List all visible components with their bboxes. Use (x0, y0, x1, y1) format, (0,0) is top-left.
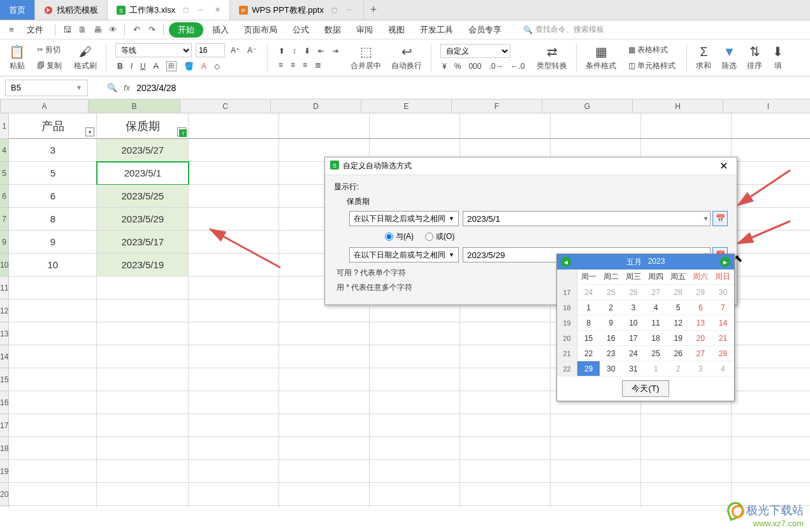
cell[interactable] (460, 322, 551, 345)
increase-font-button[interactable]: A⁺ (229, 45, 242, 56)
cell[interactable] (370, 113, 460, 139)
cell[interactable] (732, 460, 810, 483)
cell[interactable] (189, 162, 279, 185)
cell[interactable]: 8 (9, 208, 97, 231)
font-color-button[interactable]: A (199, 61, 208, 72)
col-header-I[interactable]: I (723, 99, 810, 113)
font-size-input[interactable] (196, 43, 225, 57)
cell[interactable] (97, 437, 189, 460)
cell[interactable] (370, 368, 460, 391)
cell[interactable] (279, 483, 370, 506)
merge-center-button[interactable]: ⬚合并居中 (347, 44, 385, 71)
strike-button[interactable]: A (152, 61, 161, 72)
calendar-day[interactable]: 1 (644, 361, 667, 377)
calendar-day[interactable]: 6 (690, 300, 712, 315)
menu-formula[interactable]: 公式 (286, 22, 315, 38)
menu-dev[interactable]: 开发工具 (414, 22, 459, 38)
cell[interactable] (189, 391, 279, 414)
percent-button[interactable]: % (452, 61, 463, 72)
cell[interactable] (189, 368, 279, 391)
dec-dec-button[interactable]: ←.0 (509, 61, 526, 72)
row-header-11[interactable]: 11 (0, 277, 9, 299)
calendar-day[interactable]: 11 (644, 315, 667, 331)
cell[interactable] (9, 277, 97, 299)
cell[interactable] (732, 414, 810, 437)
calendar-day[interactable]: 19 (667, 331, 690, 346)
col-header-E[interactable]: E (361, 99, 452, 113)
calendar-day[interactable]: 28 (712, 346, 734, 361)
clear-format-button[interactable]: ◇ (212, 61, 222, 72)
menu-vip[interactable]: 会员专享 (462, 22, 508, 38)
col-header-H[interactable]: H (633, 99, 723, 113)
calendar-day[interactable]: 30 (600, 361, 622, 377)
cell[interactable] (551, 437, 641, 460)
cell[interactable] (460, 414, 551, 437)
new-tab-button[interactable]: + (364, 0, 383, 20)
cell[interactable] (189, 208, 279, 231)
close-icon[interactable]: ✕ (215, 6, 221, 14)
tab-menu-icon[interactable]: ▢ (331, 6, 339, 14)
cell[interactable] (189, 185, 279, 208)
cell[interactable] (370, 506, 460, 507)
cell[interactable] (370, 437, 460, 460)
cell[interactable] (189, 483, 279, 506)
criteria1-operator-select[interactable]: 在以下日期之后或与之相同▼ (349, 211, 459, 226)
row-header-18[interactable]: 18 (0, 437, 9, 460)
cell[interactable] (732, 254, 810, 277)
cell[interactable]: 6 (9, 185, 97, 208)
cell[interactable] (732, 322, 810, 345)
save-icon[interactable]: 🖫 (61, 24, 73, 36)
row-header-20[interactable]: 20 (0, 483, 9, 506)
table-style-button[interactable]: ▦表格样式 (626, 43, 677, 57)
menu-view[interactable]: 视图 (382, 22, 411, 38)
row-header-12[interactable]: 12 (0, 299, 9, 322)
type-convert-button[interactable]: ⇄类型转换 (533, 44, 571, 71)
col-header-C[interactable]: C (180, 99, 271, 113)
cell[interactable]: 2023/5/1 (97, 162, 189, 185)
month-label[interactable]: 五月 (626, 257, 642, 268)
row-header-1[interactable]: 1 (0, 113, 9, 139)
chevron-down-icon[interactable]: ▼ (703, 215, 709, 222)
cell[interactable] (460, 391, 551, 414)
tab-menu-icon[interactable]: ▢ (183, 6, 191, 14)
border-button[interactable]: 田 (164, 60, 178, 73)
cell[interactable] (370, 483, 460, 506)
tab-docer[interactable]: 找稻壳模板 (35, 0, 108, 20)
cell[interactable] (551, 483, 641, 506)
tab-home[interactable]: 首页 (0, 0, 35, 20)
calendar-day[interactable]: 26 (667, 346, 690, 361)
cell[interactable] (279, 345, 370, 368)
cell[interactable] (641, 483, 732, 506)
print-icon[interactable]: 🖶 (91, 24, 104, 36)
cell[interactable] (97, 391, 189, 414)
cell[interactable] (97, 299, 189, 322)
cell[interactable] (732, 113, 810, 139)
calendar-day[interactable]: 8 (577, 315, 600, 331)
cell[interactable] (97, 322, 189, 345)
preview-icon[interactable]: 👁 (106, 24, 119, 36)
format-painter-button[interactable]: 🖌格式刷 (70, 45, 101, 71)
cell[interactable] (732, 139, 810, 162)
cell[interactable] (370, 345, 460, 368)
filter-button[interactable]: ▼筛选 (718, 45, 741, 71)
calendar-day[interactable]: 26 (622, 285, 644, 300)
row-header-4[interactable]: 4 (0, 139, 9, 162)
calendar-day[interactable]: 17 (622, 331, 644, 346)
cell[interactable] (641, 414, 732, 437)
cell[interactable] (460, 113, 551, 139)
calendar-day[interactable]: 10 (622, 315, 644, 331)
calendar-day[interactable]: 3 (690, 361, 712, 377)
cell[interactable] (189, 345, 279, 368)
cell[interactable] (460, 345, 551, 368)
calendar-day[interactable]: 2 (600, 300, 622, 315)
calendar-day[interactable]: 20 (690, 331, 712, 346)
cell[interactable] (370, 414, 460, 437)
cell[interactable] (460, 506, 551, 507)
cell[interactable] (551, 460, 641, 483)
saveas-icon[interactable]: 🗎 (76, 24, 89, 36)
calendar-day[interactable]: 5 (667, 300, 690, 315)
cell[interactable]: 2023/5/17 (97, 231, 189, 254)
cell[interactable] (189, 231, 279, 254)
cell[interactable] (9, 506, 97, 507)
cond-format-button[interactable]: ▦条件格式 (582, 44, 620, 71)
